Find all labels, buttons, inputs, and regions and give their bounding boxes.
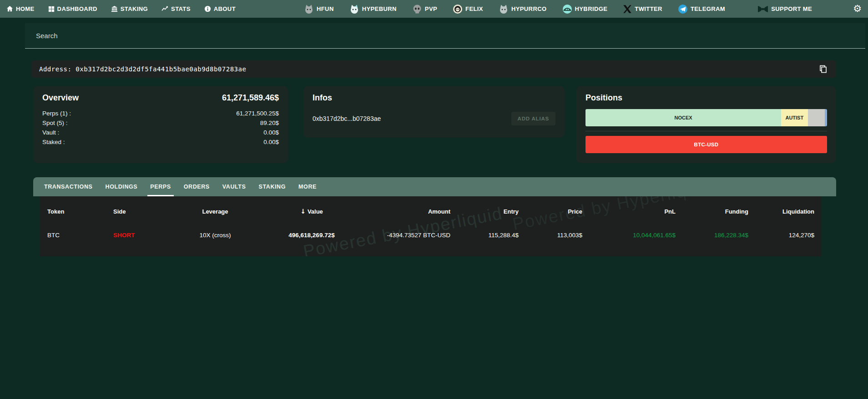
support-me-button[interactable]: SUPPORT ME [757,5,812,13]
nav-link-twitter[interactable]: TWITTER [623,5,662,14]
hypurrco-cat-icon [499,4,509,14]
position-pair-button[interactable]: BTC-USD [585,136,827,153]
cell-side: SHORT [113,232,186,239]
allocation-segment-0[interactable]: NOCEX [585,109,781,126]
sort-desc-icon: ↓ [300,208,306,215]
column-header-entry[interactable]: Entry [450,208,519,215]
nav-link-pvp[interactable]: PVP [412,4,437,14]
nav-item-label: HFUN [317,5,334,12]
nav-right-group: SUPPORT ME ⚙ [757,4,862,14]
nav-item-stats[interactable]: STATS [161,5,191,12]
nav-left-group: HOME DASHBOARD STAKING STATS ABOUT [6,5,236,12]
overview-title: Overview [42,93,79,103]
nav-item-label: HYBRIDGE [575,5,608,12]
nav-item-label: HYPEBURN [362,5,397,12]
cell-value: 496,618,269.72$ [244,232,379,239]
content-tabs: TRANSACTIONS HOLDINGS PERPS ORDERS VAULT… [33,177,836,196]
cell-funding: 186,228.34$ [676,232,748,239]
nav-item-label: SUPPORT ME [771,5,812,12]
overview-row-label: Spot (5) : [42,118,68,128]
nav-link-hypurrco[interactable]: HYPURRCO [499,4,547,14]
search-input[interactable] [25,23,865,49]
tab-perps[interactable]: PERPS [144,177,177,196]
nav-item-label: FELIX [465,5,483,12]
column-header-leverage[interactable]: Leverage [186,208,244,215]
perps-table-panel: Powered by Hyperliquid Powered by Hyperl… [40,196,822,256]
overview-row-vault: Vault : 0.00$ [42,128,279,137]
allocation-segment-3 [825,109,827,126]
nav-item-staking[interactable]: STAKING [111,5,148,12]
about-info-icon [204,5,211,12]
nav-item-label: TELEGRAM [691,5,725,12]
cell-liquidation: 124,270$ [748,232,814,239]
tab-more[interactable]: MORE [292,177,323,196]
nav-links-group: HFUN HYPEBURN PVP FELIX HYPURRCO HYBRIDG… [304,4,725,14]
nav-link-hypeburn[interactable]: HYPEBURN [349,4,397,14]
stats-trend-icon [161,5,168,12]
hypeburn-cat-icon [349,4,359,14]
tab-vaults[interactable]: VAULTS [216,177,252,196]
add-alias-button[interactable]: ADD ALIAS [511,112,555,125]
infos-title: Infos [313,93,332,102]
overview-total-value: 61,271,589.46$ [222,93,279,103]
hfun-cat-icon [304,4,314,14]
overview-row-value: 0.00$ [263,137,279,147]
nav-item-label: TWITTER [635,5,662,12]
search-section [0,18,868,49]
column-header-amount[interactable]: Amount [379,208,450,215]
column-header-value[interactable]: ↓Value [244,208,379,215]
tab-holdings[interactable]: HOLDINGS [99,177,144,196]
allocation-segment-1[interactable]: AUTIST [781,109,807,126]
nav-link-hfun[interactable]: HFUN [304,4,334,14]
nav-item-dashboard[interactable]: DASHBOARD [48,5,97,12]
nav-link-telegram[interactable]: TELEGRAM [678,4,725,14]
allocation-segment-label: AUTIST [785,115,803,120]
overview-row-value: 89.20$ [260,118,279,128]
cell-entry: 115,288.4$ [450,232,519,239]
column-header-funding[interactable]: Funding [676,208,748,215]
bowtie-icon [757,5,768,13]
tab-transactions[interactable]: TRANSACTIONS [38,177,99,196]
nav-item-label: STAKING [121,5,148,12]
staking-bank-icon [111,5,118,12]
nav-item-label: PVP [425,5,437,12]
tab-orders[interactable]: ORDERS [177,177,216,196]
column-header-value-label: Value [308,208,323,215]
column-header-token[interactable]: Token [47,208,113,215]
table-header-row: Token Side Leverage ↓Value Amount Entry … [40,201,822,222]
allocation-bar: NOCEX AUTIST [585,109,827,126]
column-header-liquidation[interactable]: Liquidation [748,208,814,215]
positions-title: Positions [585,93,622,102]
overview-row-label: Perps (1) : [42,109,71,118]
overview-row-value: 0.00$ [263,128,279,137]
settings-gear-icon[interactable]: ⚙ [853,4,862,14]
positions-divider [585,131,827,131]
overview-row-label: Staked : [42,137,65,147]
dashboard-icon [48,6,55,12]
nav-item-label: HOME [16,5,35,12]
copy-address-button[interactable] [817,63,829,75]
telegram-icon [678,4,688,14]
nav-item-label: ABOUT [214,5,236,12]
pvp-skull-icon [412,4,422,14]
nav-link-felix[interactable]: FELIX [453,4,483,14]
cell-price: 113,003$ [519,232,582,239]
felix-cat-icon [453,4,463,14]
overview-row-value: 61,271,500.25$ [236,109,279,118]
copy-icon [819,65,827,73]
nav-item-about[interactable]: ABOUT [204,5,236,12]
nav-item-label: HYPURRCO [511,5,547,12]
app-root: HOME DASHBOARD STAKING STATS ABOUT [0,0,868,399]
nav-item-label: STATS [171,5,191,12]
nav-link-hybridge[interactable]: HYBRIDGE [562,4,608,14]
overview-card: Overview 61,271,589.46$ Perps (1) : 61,2… [33,86,288,163]
infos-card: Infos 0xb317d2bc...b07283ae ADD ALIAS [303,86,565,138]
column-header-side[interactable]: Side [113,208,186,215]
nav-item-home[interactable]: HOME [6,5,35,12]
twitter-x-icon [623,5,632,14]
tab-staking[interactable]: STAKING [252,177,293,196]
column-header-pnl[interactable]: PnL [582,208,676,215]
column-header-price[interactable]: Price [519,208,582,215]
address-bar: Address: 0xb317d2bc2d3d2df5fa441b5bae0ab… [32,60,836,78]
overview-row-spot: Spot (5) : 89.20$ [42,118,279,128]
